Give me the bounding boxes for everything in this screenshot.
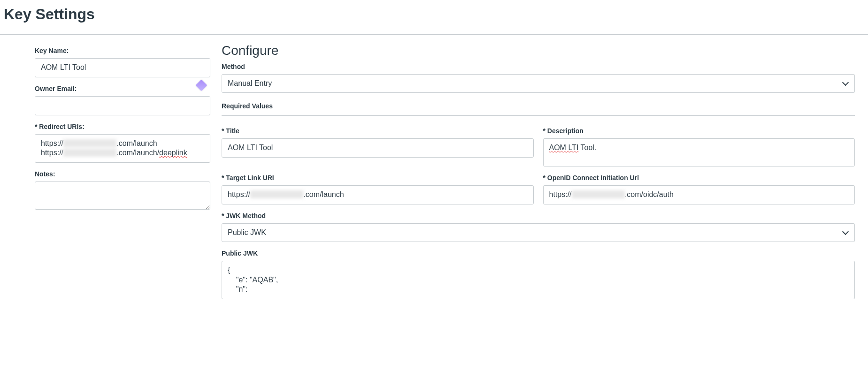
jwk-method-group: * JWK Method Public JWK [222, 212, 855, 242]
chevron-down-icon [842, 80, 849, 87]
target-openid-row: * Target Link URI https://██████████.com… [222, 174, 855, 212]
title-group: * Title [222, 127, 534, 166]
description-label: * Description [543, 127, 855, 135]
description-group: * Description AOM LTI Tool. [543, 127, 855, 166]
jwk-method-selected-value: Public JWK [228, 228, 266, 237]
target-link-uri-group: * Target Link URI https://██████████.com… [222, 174, 534, 204]
method-selected-value: Manual Entry [228, 79, 272, 88]
left-column: Key Name: Owner Email: * Redirect URIs: … [0, 44, 210, 307]
divider [222, 115, 855, 116]
key-name-input[interactable] [35, 58, 210, 77]
public-jwk-label: Public JWK [222, 249, 855, 257]
jwk-method-label: * JWK Method [222, 212, 855, 219]
owner-email-label: Owner Email: [35, 85, 210, 92]
target-link-uri-label: * Target Link URI [222, 174, 534, 181]
openid-url-input[interactable]: https://██████████.com/oidc/auth [543, 185, 855, 204]
chevron-down-icon [842, 229, 849, 236]
page-header: Key Settings [0, 0, 868, 35]
key-name-label: Key Name: [35, 47, 210, 54]
jwk-method-select[interactable]: Public JWK [222, 223, 855, 242]
owner-email-input[interactable] [35, 96, 210, 115]
owner-email-group: Owner Email: [35, 85, 210, 115]
title-input[interactable] [222, 138, 534, 158]
openid-url-label: * OpenID Connect Initiation Url [543, 174, 855, 181]
page-title: Key Settings [4, 6, 864, 23]
required-values-heading: Required Values [222, 102, 855, 110]
configure-heading: Configure [222, 43, 855, 58]
redirect-uris-label: * Redirect URIs: [35, 123, 210, 130]
right-column: Configure Method Manual Entry Required V… [210, 44, 868, 307]
public-jwk-input[interactable]: { "e": "AQAB", "n": [222, 261, 855, 299]
description-input[interactable]: AOM LTI Tool. [543, 138, 855, 166]
method-label: Method [222, 63, 855, 70]
key-name-group: Key Name: [35, 47, 210, 77]
redirect-uris-input[interactable]: https://██████████.com/launch https://██… [35, 134, 210, 163]
title-label: * Title [222, 127, 534, 135]
title-description-row: * Title * Description AOM LTI Tool. [222, 127, 855, 174]
target-link-uri-input[interactable]: https://██████████.com/launch [222, 185, 534, 204]
content-area: Key Name: Owner Email: * Redirect URIs: … [0, 35, 868, 307]
redirect-uris-group: * Redirect URIs: https://██████████.com/… [35, 123, 210, 163]
notes-group: Notes: [35, 170, 210, 212]
openid-url-group: * OpenID Connect Initiation Url https://… [543, 174, 855, 204]
method-group: Method Manual Entry [222, 63, 855, 93]
method-select[interactable]: Manual Entry [222, 74, 855, 93]
public-jwk-group: Public JWK { "e": "AQAB", "n": [222, 249, 855, 299]
notes-label: Notes: [35, 170, 210, 178]
notes-input[interactable] [35, 181, 210, 210]
